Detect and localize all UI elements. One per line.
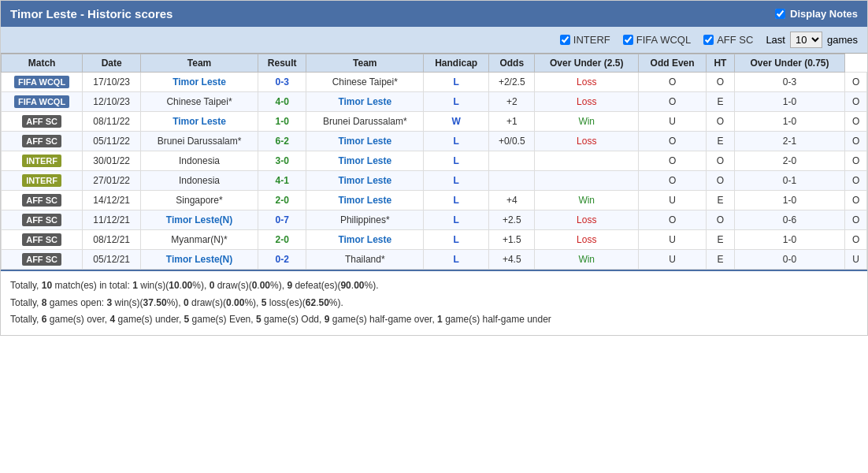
wl-cell: L xyxy=(424,171,489,191)
wl-cell: L xyxy=(424,92,489,112)
over-under-cell: O xyxy=(639,210,707,230)
handicap-cell xyxy=(489,151,535,171)
over-under2-cell: U xyxy=(845,250,867,270)
table-header-row: Match Date Team Result Team Handicap Odd… xyxy=(2,54,867,73)
badge-cell: FIFA WCQL xyxy=(2,92,83,112)
team2-cell: Thailand* xyxy=(306,250,424,270)
team1-cell: Timor Leste xyxy=(141,112,258,132)
team2-cell: Timor Leste xyxy=(306,151,424,171)
team2-cell: Timor Leste xyxy=(306,230,424,250)
wl-cell: L xyxy=(424,191,489,210)
footer: Totally, 10 match(es) in total: 1 win(s)… xyxy=(1,270,867,335)
filter-interf[interactable]: INTERF xyxy=(560,34,610,46)
team1-cell: Indonesia xyxy=(141,171,258,191)
over-under-cell: O xyxy=(639,73,707,92)
result-cell: 2-0 xyxy=(258,230,306,250)
last-label: Last xyxy=(766,34,785,46)
result-cell: 0-7 xyxy=(258,210,306,230)
odds-cell: Loss xyxy=(535,132,639,151)
date-cell: 17/10/23 xyxy=(83,73,141,92)
wl-cell: L xyxy=(424,132,489,151)
badge-cell: AFF SC xyxy=(2,250,83,270)
date-cell: 05/12/21 xyxy=(83,250,141,270)
over-under-cell: U xyxy=(639,230,707,250)
filter-aff[interactable]: AFF SC xyxy=(703,34,753,46)
odd-even-cell: E xyxy=(706,250,734,270)
filter-fifa[interactable]: FIFA WCQL xyxy=(623,34,691,46)
col-team2: Team xyxy=(306,54,424,73)
team2-cell: Chinese Taipei* xyxy=(306,73,424,92)
aff-checkbox[interactable] xyxy=(703,35,714,45)
badge-cell: AFF SC xyxy=(2,191,83,210)
badge-cell: INTERF xyxy=(2,151,83,171)
team1-cell: Brunei Darussalam* xyxy=(141,132,258,151)
wl-cell: L xyxy=(424,73,489,92)
ht-cell: 0-0 xyxy=(734,250,844,270)
col-over-under25: Over Under (2.5) xyxy=(535,54,639,73)
odds-cell: Loss xyxy=(535,92,639,112)
scores-table: Match Date Team Result Team Handicap Odd… xyxy=(1,54,867,270)
result-cell: 0-2 xyxy=(258,250,306,270)
over-under2-cell: O xyxy=(845,112,867,132)
odds-cell: Win xyxy=(535,112,639,132)
display-notes-section: Display Notes xyxy=(775,8,858,20)
title-bar: Timor Leste - Historic scores Display No… xyxy=(1,1,867,27)
table-row: AFF SC08/11/22Timor Leste1-0Brunei Darus… xyxy=(2,112,867,132)
games-select[interactable]: 10 5 20 xyxy=(790,32,822,48)
ht-cell: 1-0 xyxy=(734,191,844,210)
badge-cell: AFF SC xyxy=(2,230,83,250)
ht-cell: 2-0 xyxy=(734,151,844,171)
match-badge: AFF SC xyxy=(22,214,61,226)
team1-cell: Timor Leste(N) xyxy=(141,250,258,270)
badge-cell: AFF SC xyxy=(2,210,83,230)
match-badge: AFF SC xyxy=(22,115,61,128)
over-under2-cell: O xyxy=(845,191,867,210)
wl-cell: L xyxy=(424,210,489,230)
odd-even-cell: E xyxy=(706,132,734,151)
odd-even-cell: O xyxy=(706,151,734,171)
display-notes-checkbox[interactable] xyxy=(775,9,785,19)
odds-cell: Win xyxy=(535,191,639,210)
col-ht: HT xyxy=(706,54,734,73)
col-date: Date xyxy=(83,54,141,73)
wl-cell: W xyxy=(424,112,489,132)
col-odd-even: Odd Even xyxy=(639,54,707,73)
over-under-cell: O xyxy=(639,171,707,191)
footer-line2: Totally, 8 games open: 3 win(s)(37.50%),… xyxy=(10,295,858,312)
date-cell: 14/12/21 xyxy=(83,191,141,210)
date-cell: 11/12/21 xyxy=(83,210,141,230)
over-under-cell: O xyxy=(639,92,707,112)
ht-cell: 1-0 xyxy=(734,112,844,132)
fifa-checkbox[interactable] xyxy=(623,35,633,45)
interf-checkbox[interactable] xyxy=(560,35,570,45)
odd-even-cell: E xyxy=(706,191,734,210)
match-badge: AFF SC xyxy=(22,233,61,246)
col-over-under075: Over Under (0.75) xyxy=(734,54,844,73)
footer-line3: Totally, 6 game(s) over, 4 game(s) under… xyxy=(10,311,858,329)
handicap-cell: +2/2.5 xyxy=(489,73,535,92)
over-under-cell: U xyxy=(639,112,707,132)
team2-cell: Timor Leste xyxy=(306,132,424,151)
table-row: AFF SC05/11/22Brunei Darussalam*6-2Timor… xyxy=(2,132,867,151)
result-cell: 2-0 xyxy=(258,191,306,210)
date-cell: 05/11/22 xyxy=(83,132,141,151)
main-container: Timor Leste - Historic scores Display No… xyxy=(0,0,868,336)
games-label: games xyxy=(827,34,858,46)
display-notes-label: Display Notes xyxy=(790,8,858,20)
odds-cell: Loss xyxy=(535,210,639,230)
table-row: AFF SC14/12/21Singapore*2-0Timor LesteL+… xyxy=(2,191,867,210)
interf-label: INTERF xyxy=(573,34,610,46)
badge-cell: AFF SC xyxy=(2,112,83,132)
team2-cell: Timor Leste xyxy=(306,171,424,191)
table-row: FIFA WCQL17/10/23Timor Leste0-3Chinese T… xyxy=(2,73,867,92)
over-under2-cell: O xyxy=(845,92,867,112)
result-cell: 3-0 xyxy=(258,151,306,171)
col-handicap: Handicap xyxy=(424,54,489,73)
result-cell: 6-2 xyxy=(258,132,306,151)
odd-even-cell: O xyxy=(706,73,734,92)
wl-cell: L xyxy=(424,230,489,250)
over-under2-cell: O xyxy=(845,210,867,230)
date-cell: 30/01/22 xyxy=(83,151,141,171)
odd-even-cell: E xyxy=(706,230,734,250)
match-badge: AFF SC xyxy=(22,135,61,147)
